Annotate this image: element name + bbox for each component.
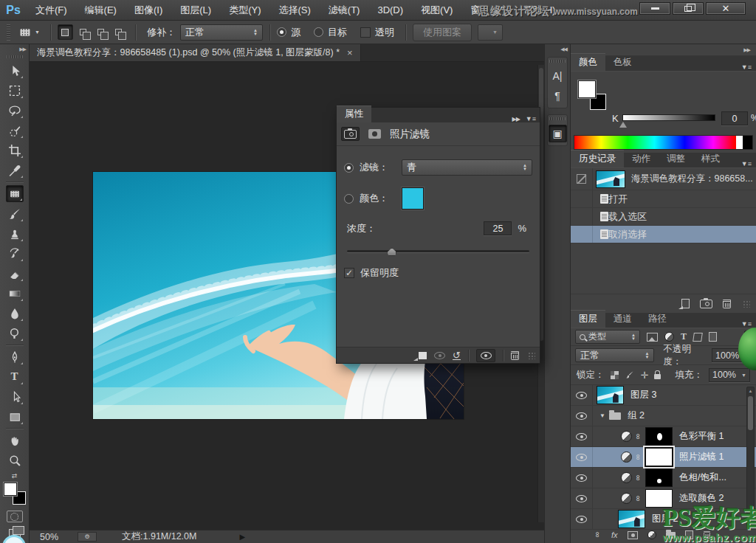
history-panel-menu-icon[interactable]: ▼≡ <box>741 160 756 167</box>
layer-mask-thumbnail[interactable] <box>645 427 673 446</box>
snapshot-thumbnail[interactable] <box>596 170 625 188</box>
selection-mode-subtract[interactable] <box>93 24 109 40</box>
gradient-tool[interactable] <box>6 285 24 302</box>
delete-state-icon[interactable] <box>723 300 731 308</box>
menu-3d[interactable]: 3D(D) <box>368 0 412 20</box>
k-slider-thumb[interactable] <box>619 122 627 128</box>
quick-select-tool[interactable] <box>6 122 24 139</box>
group-expander-icon[interactable]: ▼ <box>599 412 605 419</box>
source-radio[interactable] <box>277 27 286 37</box>
move-tool[interactable] <box>6 62 24 79</box>
tab-styles[interactable]: 样式 <box>693 151 728 167</box>
layer-visibility-icon[interactable] <box>576 392 587 399</box>
clone-stamp-tool[interactable] <box>6 225 24 242</box>
reset-adjustment-icon[interactable]: ↺ <box>453 351 461 360</box>
foreground-color-swatch[interactable] <box>4 483 17 496</box>
new-doc-from-state-icon[interactable] <box>681 299 690 308</box>
filter-shape-layers-icon[interactable] <box>693 333 703 342</box>
foreground-background-swatches[interactable] <box>4 483 26 505</box>
close-button[interactable]: ✕ <box>706 2 746 15</box>
swap-colors-icon[interactable]: ⇄ <box>12 472 18 480</box>
density-slider-thumb[interactable] <box>387 248 396 256</box>
shape-tool[interactable] <box>6 408 24 425</box>
layer-row-2[interactable]: 图层 2 <box>571 509 756 530</box>
dock-grip-2[interactable] <box>549 117 566 120</box>
new-snapshot-icon[interactable] <box>700 300 712 308</box>
filter-smart-objects-icon[interactable] <box>709 332 717 342</box>
layer-row-group2[interactable]: ▼ 组 2 <box>571 406 756 426</box>
dodge-tool[interactable] <box>6 325 24 342</box>
status-arrow-icon[interactable]: ▶ <box>239 533 245 541</box>
eyedropper-tool[interactable] <box>6 162 24 179</box>
tab-paths[interactable]: 路径 <box>640 311 675 328</box>
tab-actions[interactable]: 动作 <box>624 151 659 167</box>
view-previous-state-icon[interactable] <box>434 352 445 359</box>
layer-mask-thumbnail[interactable] <box>645 489 673 508</box>
k-slider[interactable] <box>622 114 715 121</box>
layer-row-selective-color[interactable]: ∞ 选取颜色 2 <box>571 488 756 509</box>
layer-style-icon[interactable]: fx <box>611 530 618 539</box>
marquee-tool[interactable] <box>6 82 24 99</box>
character-panel-icon[interactable]: A| <box>549 67 567 85</box>
layers-panel-menu-icon[interactable]: ▼≡ <box>741 320 756 328</box>
mask-link-icon[interactable]: ∞ <box>634 433 643 440</box>
properties-panel-icon[interactable]: ▣ <box>549 125 567 142</box>
use-pattern-button[interactable]: 使用图案 <box>413 24 472 41</box>
scrollbar-up-icon[interactable]: ▲ <box>749 389 753 393</box>
fill-field[interactable]: 100%▼ <box>709 368 750 382</box>
scrollbar-thumb[interactable] <box>748 396 753 430</box>
quick-mask-toggle[interactable] <box>7 511 23 522</box>
filter-radio[interactable] <box>344 163 354 173</box>
lock-position-icon[interactable]: ✛ <box>641 370 649 381</box>
filter-dropdown[interactable]: 青 ▲▼ <box>402 159 532 176</box>
minimize-button[interactable] <box>639 2 670 15</box>
layer-visibility-icon[interactable] <box>576 412 587 420</box>
history-step-open[interactable]: 打开 <box>571 190 756 208</box>
layer-visibility-icon[interactable] <box>576 516 587 523</box>
zoom-level-field[interactable]: 50% <box>40 532 58 542</box>
blend-mode-dropdown[interactable]: 正常 ▲▼ <box>575 348 654 362</box>
history-resize-grip[interactable] <box>743 300 750 308</box>
properties-tab[interactable]: 属性 <box>337 106 371 122</box>
restore-button[interactable] <box>673 2 704 15</box>
filter-color-swatch[interactable] <box>402 187 424 210</box>
menu-select[interactable]: 选择(S) <box>269 0 319 20</box>
toolbar-grip[interactable] <box>7 55 23 58</box>
color-panel-menu-icon[interactable]: ▼≡ <box>741 63 756 71</box>
layer-visibility-icon[interactable] <box>576 454 587 461</box>
layer-visibility-icon[interactable] <box>576 433 587 440</box>
layer-row-3[interactable]: 图层 3 <box>571 385 756 406</box>
selection-mode-add[interactable] <box>75 24 91 40</box>
link-layers-icon[interactable]: ∞ <box>594 531 602 539</box>
mask-icon-button[interactable] <box>365 127 384 141</box>
layer-visibility-icon[interactable] <box>576 495 587 502</box>
patch-tool[interactable] <box>6 185 24 202</box>
clip-to-layer-icon[interactable] <box>419 352 427 359</box>
patch-tool-preset[interactable]: ▼ <box>14 24 44 41</box>
history-source-icon[interactable] <box>577 174 586 184</box>
history-snapshot-row[interactable]: 海景调色教程分享：986658... <box>571 168 756 190</box>
density-value-field[interactable]: 25 <box>484 221 512 235</box>
new-group-icon[interactable] <box>666 532 676 539</box>
filter-type-layers-icon[interactable]: T <box>681 331 687 342</box>
brush-tool[interactable] <box>6 205 24 222</box>
layer-row-photo-filter[interactable]: ∞ 照片滤镜 1 <box>571 447 756 468</box>
tab-layers[interactable]: 图层 <box>571 310 605 328</box>
toggle-visibility-well[interactable] <box>476 349 495 362</box>
menu-help[interactable]: 帮助(H) <box>514 0 564 20</box>
panel-collapse-icon[interactable]: ▶▶ <box>512 116 520 122</box>
menu-filter[interactable]: 滤镜(T) <box>320 0 369 20</box>
document-tab[interactable]: 海景调色教程分享：986658485 (1).psd @ 50% (照片滤镜 1… <box>30 44 361 61</box>
status-options-icon[interactable]: ⚙ <box>78 532 97 542</box>
add-mask-icon[interactable] <box>628 531 638 539</box>
layer-mask-thumbnail[interactable] <box>645 468 673 487</box>
toolbar-collapse-icon[interactable]: ▶▶ <box>0 44 29 55</box>
tab-color[interactable]: 颜色 <box>571 53 605 71</box>
mask-link-icon[interactable]: ∞ <box>634 474 643 482</box>
color-radio[interactable] <box>344 194 354 204</box>
delete-adjustment-icon[interactable] <box>511 351 519 360</box>
filter-adjustment-layers-icon[interactable] <box>664 332 674 342</box>
adjustment-icon-button[interactable] <box>341 127 360 141</box>
zoom-tool[interactable] <box>6 452 24 468</box>
pattern-picker-dropdown[interactable]: ▼ <box>478 24 503 41</box>
